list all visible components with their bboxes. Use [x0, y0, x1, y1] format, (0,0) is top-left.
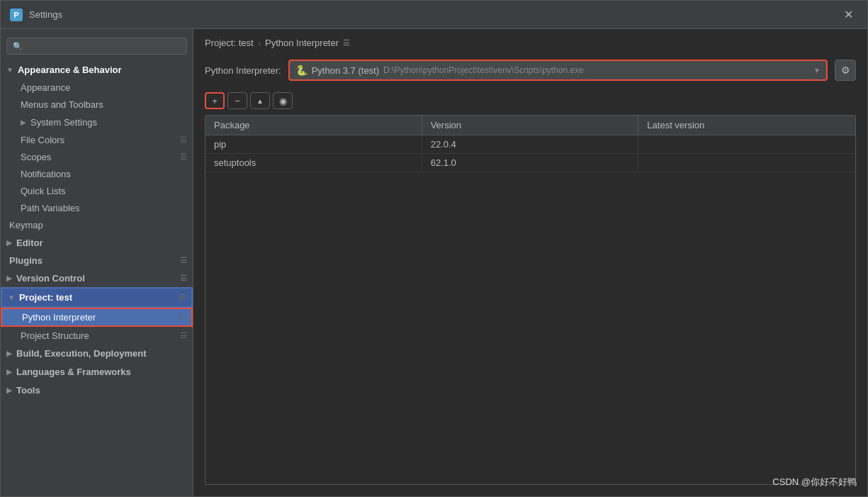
- remove-package-button[interactable]: −: [227, 92, 247, 109]
- project-badge: ☰: [179, 293, 186, 302]
- sidebar-item-menus-toolbars[interactable]: Menus and Toolbars: [1, 96, 193, 113]
- sidebar-item-plugins[interactable]: Plugins ☰: [1, 252, 193, 269]
- table-row[interactable]: pip 22.0.4: [205, 135, 855, 154]
- cell-package-pip: pip: [205, 135, 422, 153]
- breadcrumb-badge: ☰: [343, 38, 350, 48]
- sidebar-item-project-structure[interactable]: Project Structure ☰: [1, 327, 193, 344]
- table-body: pip 22.0.4 setuptools 62.1.0: [205, 135, 855, 484]
- search-icon: 🔍: [13, 42, 23, 51]
- interpreter-selector[interactable]: 🐍 Python 3.7 (test) D:\Python\pythonProj…: [288, 60, 828, 81]
- plugins-badge: ☰: [180, 256, 187, 265]
- up-icon: ▲: [257, 97, 264, 105]
- sidebar-item-system-settings[interactable]: ▶ System Settings: [1, 113, 193, 131]
- sidebar-item-path-variables[interactable]: Path Variables: [1, 199, 193, 216]
- main-content: 🔍 ▼ Appearance & Behavior Appearance Men…: [1, 29, 867, 496]
- chevron-right-icon: ▶: [21, 118, 26, 126]
- cell-package-setuptools: setuptools: [205, 154, 422, 172]
- remove-icon: −: [235, 96, 240, 106]
- sidebar-item-notifications[interactable]: Notifications: [1, 165, 193, 182]
- cell-latest-pip: [638, 135, 855, 153]
- python-icon: 🐍: [295, 65, 308, 76]
- interpreter-label: Python Interpreter:: [205, 65, 281, 76]
- interpreter-name: Python 3.7 (test): [312, 65, 379, 76]
- col-latest-version: Latest version: [638, 116, 855, 135]
- watermark: CSDN @你好不好鸭: [772, 476, 857, 488]
- interpreter-row: Python Interpreter: 🐍 Python 3.7 (test) …: [205, 60, 856, 81]
- eye-icon: ◉: [279, 96, 287, 106]
- file-colors-badge: ☰: [180, 135, 187, 145]
- details-button[interactable]: ◉: [273, 92, 293, 109]
- col-version: Version: [422, 116, 639, 135]
- nav-group-appearance-behavior[interactable]: ▼ Appearance & Behavior: [1, 60, 193, 79]
- sidebar-item-quick-lists[interactable]: Quick Lists: [1, 182, 193, 199]
- breadcrumb: Project: test › Python Interpreter ☰: [193, 29, 867, 54]
- gear-icon: ⚙: [841, 65, 850, 76]
- titlebar: P Settings ✕: [1, 1, 867, 29]
- packages-table: Package Version Latest version pip 22.0.…: [205, 115, 856, 485]
- breadcrumb-project: Project: test: [205, 38, 254, 48]
- chevron-right-icon-5: ▶: [6, 368, 12, 376]
- close-button[interactable]: ✕: [838, 5, 859, 24]
- sidebar: 🔍 ▼ Appearance & Behavior Appearance Men…: [1, 29, 193, 496]
- python-interpreter-badge: ☰: [179, 313, 186, 322]
- sidebar-item-languages-frameworks[interactable]: ▶ Languages & Frameworks: [1, 362, 193, 381]
- search-input[interactable]: [26, 41, 181, 51]
- dropdown-arrow-icon: ▼: [813, 67, 821, 74]
- chevron-down-icon-2: ▼: [8, 294, 15, 301]
- add-package-button[interactable]: +: [205, 92, 225, 109]
- chevron-down-icon: ▼: [6, 66, 13, 74]
- sidebar-item-python-interpreter[interactable]: Python Interpreter ☰: [1, 308, 193, 327]
- gear-button[interactable]: ⚙: [835, 60, 856, 81]
- nav-group-project-test[interactable]: ▼ Project: test ☰: [1, 287, 193, 308]
- window-title: Settings: [29, 9, 838, 20]
- breadcrumb-separator: ›: [258, 38, 261, 48]
- chevron-right-icon-4: ▶: [6, 350, 12, 357]
- table-header: Package Version Latest version: [205, 116, 855, 135]
- sidebar-item-tools[interactable]: ▶ Tools: [1, 381, 193, 399]
- search-box[interactable]: 🔍: [6, 38, 187, 55]
- sidebar-item-file-colors[interactable]: File Colors ☰: [1, 131, 193, 148]
- sidebar-item-editor[interactable]: ▶ Editor: [1, 233, 193, 252]
- move-up-button[interactable]: ▲: [250, 92, 270, 109]
- sidebar-item-appearance[interactable]: Appearance: [1, 79, 193, 96]
- sidebar-item-keymap[interactable]: Keymap: [1, 216, 193, 233]
- vc-badge: ☰: [180, 274, 187, 283]
- sidebar-item-build-execution[interactable]: ▶ Build, Execution, Deployment: [1, 344, 193, 362]
- main-panel: Project: test › Python Interpreter ☰ Pyt…: [193, 29, 867, 496]
- cell-latest-setuptools: [638, 154, 855, 172]
- chevron-right-icon-6: ▶: [6, 386, 12, 394]
- cell-version-setuptools: 62.1.0: [422, 154, 639, 172]
- app-icon: P: [9, 8, 23, 22]
- project-structure-badge: ☰: [180, 331, 187, 340]
- svg-text:P: P: [13, 11, 18, 19]
- chevron-right-icon-2: ▶: [6, 239, 12, 247]
- breadcrumb-current: Python Interpreter: [265, 38, 339, 48]
- chevron-right-icon-3: ▶: [6, 274, 12, 282]
- sidebar-item-version-control[interactable]: ▶ Version Control ☰: [1, 269, 193, 287]
- nav-group-label: Appearance & Behavior: [18, 65, 122, 75]
- sidebar-item-scopes[interactable]: Scopes ☰: [1, 148, 193, 165]
- add-icon: +: [212, 96, 218, 106]
- packages-toolbar: + − ▲ ◉: [193, 89, 867, 112]
- col-package: Package: [205, 116, 422, 135]
- scopes-badge: ☰: [180, 152, 187, 162]
- settings-window: P Settings ✕ 🔍 ▼ Appearance & Behavior A…: [0, 0, 868, 497]
- table-row[interactable]: setuptools 62.1.0: [205, 154, 855, 172]
- cell-version-pip: 22.0.4: [422, 135, 639, 153]
- interpreter-path: D:\Python\pythonProject\test\venv\Script…: [383, 65, 808, 75]
